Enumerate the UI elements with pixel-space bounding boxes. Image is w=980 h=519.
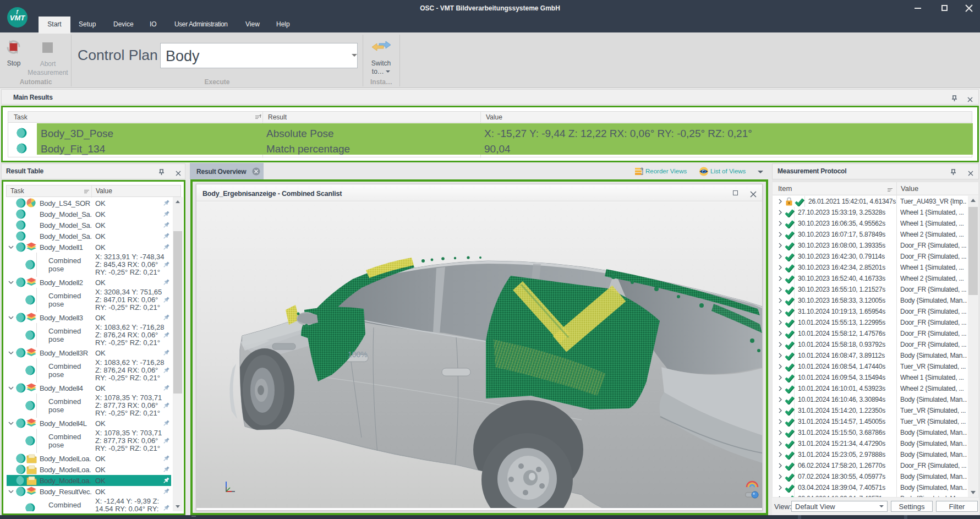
svg-text:100%: 100% <box>348 350 368 359</box>
